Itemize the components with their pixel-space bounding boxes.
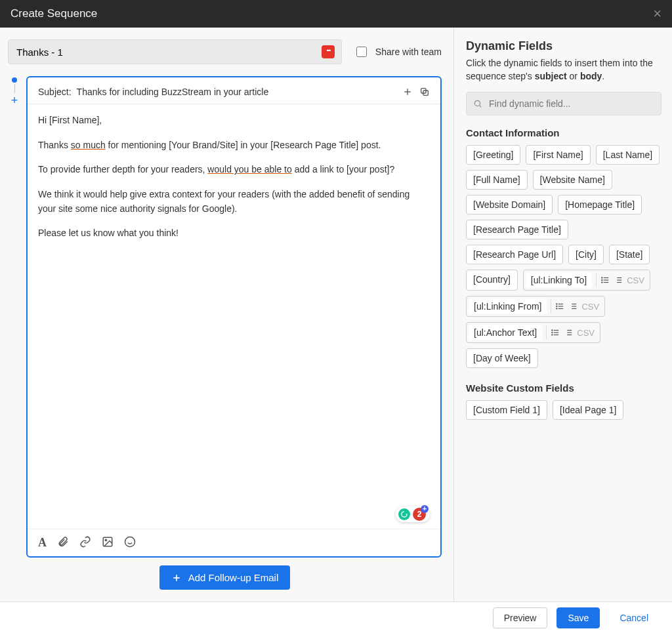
svg-point-6 bbox=[125, 537, 135, 547]
svg-point-18 bbox=[602, 282, 602, 283]
step-dot[interactable] bbox=[12, 77, 17, 83]
left-pane: ··· Share with team + Subject: Thanks fo… bbox=[0, 28, 454, 602]
share-checkbox[interactable] bbox=[356, 47, 367, 57]
field-chip-list: [ul:Linking To] CSV bbox=[523, 270, 650, 291]
svg-point-26 bbox=[556, 306, 557, 307]
follow-row: Add Follow-up Email bbox=[8, 558, 442, 595]
body-line: Hi [First Name], bbox=[38, 113, 430, 128]
grammarly-widget[interactable]: 2 + bbox=[396, 506, 430, 522]
field-chip[interactable]: [ul:Anchor Text] bbox=[469, 325, 542, 340]
sequence-name-input[interactable] bbox=[15, 46, 322, 58]
svg-point-34 bbox=[552, 330, 553, 331]
email-body[interactable]: Hi [First Name], Thanks so much for ment… bbox=[28, 104, 440, 529]
image-icon[interactable] bbox=[102, 536, 114, 550]
grammarly-plus-icon: + bbox=[421, 505, 429, 513]
body-line: Please let us know what you think! bbox=[38, 226, 430, 241]
field-chip-list: [ul:Anchor Text] CSV bbox=[466, 322, 600, 343]
emoji-icon[interactable] bbox=[124, 536, 136, 550]
copy-icon[interactable] bbox=[419, 87, 430, 97]
svg-point-25 bbox=[556, 304, 557, 304]
add-step-icon[interactable]: + bbox=[11, 94, 18, 106]
field-chip[interactable]: [State] bbox=[609, 245, 650, 264]
editor-row: + Subject: Thanks for including BuzzStre… bbox=[8, 76, 442, 558]
link-icon[interactable] bbox=[79, 536, 91, 550]
share-label: Share with team bbox=[375, 47, 442, 57]
field-chip[interactable]: [Research Page Title] bbox=[466, 220, 568, 239]
step-col: + bbox=[8, 76, 21, 558]
email-editor-card: Subject: Thanks for including BuzzStream… bbox=[26, 76, 442, 558]
dynamic-fields-panel: Dynamic Fields Click the dynamic fields … bbox=[454, 28, 672, 602]
field-chip[interactable]: [Day of Week] bbox=[466, 348, 538, 368]
field-chip-list: [ul:Linking From] CSV bbox=[466, 296, 605, 317]
step-line bbox=[14, 84, 15, 93]
dynamic-heading: Dynamic Fields bbox=[466, 39, 662, 53]
subject-row: Subject: Thanks for including BuzzStream… bbox=[28, 77, 440, 104]
list-number-icon[interactable] bbox=[614, 276, 623, 285]
dynamic-hint: Click the dynamic fields to insert them … bbox=[466, 57, 662, 83]
dynamic-search[interactable] bbox=[466, 92, 662, 115]
save-button[interactable]: Save bbox=[556, 607, 600, 628]
field-chip[interactable]: [ul:Linking From] bbox=[469, 298, 547, 314]
grammarly-count: 2 + bbox=[413, 508, 426, 521]
body-line: To provide further depth for your reader… bbox=[38, 163, 430, 177]
contact-chips: [Greeting] [First Name] [Last Name] [Ful… bbox=[466, 145, 662, 368]
titlebar: Create Sequence × bbox=[0, 0, 672, 28]
field-chip[interactable]: [Custom Field 1] bbox=[466, 400, 547, 420]
subject-label: Subject: bbox=[38, 87, 72, 97]
svg-point-11 bbox=[474, 101, 480, 106]
svg-point-5 bbox=[105, 539, 106, 541]
field-chip[interactable]: [Full Name] bbox=[466, 170, 528, 190]
preview-button[interactable]: Preview bbox=[493, 607, 548, 628]
section-contact-title: Contact Information bbox=[466, 127, 662, 138]
sequence-name-wrap: ··· bbox=[8, 39, 342, 64]
field-chip[interactable]: [Last Name] bbox=[596, 145, 660, 165]
svg-point-17 bbox=[602, 280, 602, 281]
field-chip[interactable]: [First Name] bbox=[526, 145, 590, 165]
field-chip[interactable]: [Homepage Title] bbox=[558, 195, 642, 214]
search-icon bbox=[473, 99, 482, 108]
csv-label[interactable]: CSV bbox=[581, 302, 599, 312]
share-with-team[interactable]: Share with team bbox=[354, 45, 442, 59]
add-followup-label: Add Follow-up Email bbox=[188, 572, 279, 583]
website-chips: [Custom Field 1] [Ideal Page 1] bbox=[466, 400, 662, 420]
subject-input[interactable]: Thanks for including BuzzStream in your … bbox=[77, 87, 402, 97]
plus-icon[interactable] bbox=[402, 87, 413, 97]
add-followup-button[interactable]: Add Follow-up Email bbox=[159, 565, 291, 590]
subject-actions bbox=[402, 87, 430, 97]
modal-title: Create Sequence bbox=[10, 7, 97, 20]
body-line: Thanks so much for mentioning [Your Bran… bbox=[38, 138, 430, 153]
csv-label[interactable]: CSV bbox=[577, 328, 595, 338]
top-row: ··· Share with team bbox=[8, 39, 442, 64]
textexpander-icon[interactable]: ··· bbox=[322, 45, 335, 58]
svg-point-16 bbox=[602, 277, 602, 278]
field-chip[interactable]: [Website Name] bbox=[533, 170, 612, 190]
list-number-icon[interactable] bbox=[568, 302, 578, 311]
svg-point-36 bbox=[552, 335, 553, 335]
field-chip[interactable]: [Greeting] bbox=[466, 145, 520, 165]
footer: Preview Save Cancel bbox=[0, 602, 672, 633]
cancel-button[interactable]: Cancel bbox=[609, 608, 659, 628]
list-bullet-icon[interactable] bbox=[551, 328, 560, 337]
svg-point-35 bbox=[552, 333, 553, 333]
svg-point-27 bbox=[556, 308, 557, 309]
section-website-title: Website Custom Fields bbox=[466, 382, 662, 394]
field-chip[interactable]: [Ideal Page 1] bbox=[553, 400, 623, 420]
svg-line-12 bbox=[480, 106, 482, 108]
font-format-icon[interactable]: A bbox=[38, 536, 47, 550]
main-layout: ··· Share with team + Subject: Thanks fo… bbox=[0, 28, 672, 602]
list-bullet-icon[interactable] bbox=[555, 302, 564, 311]
list-bullet-icon[interactable] bbox=[600, 276, 610, 285]
attachment-icon[interactable] bbox=[57, 536, 69, 550]
field-chip[interactable]: [City] bbox=[568, 245, 604, 264]
grammarly-icon bbox=[398, 508, 410, 520]
field-chip[interactable]: [Country] bbox=[466, 270, 518, 291]
body-line: We think it would help give extra contex… bbox=[38, 188, 430, 216]
csv-label[interactable]: CSV bbox=[627, 276, 644, 285]
close-icon[interactable]: × bbox=[653, 7, 662, 21]
dynamic-search-input[interactable] bbox=[488, 98, 654, 110]
list-number-icon[interactable] bbox=[564, 328, 573, 337]
field-chip[interactable]: [Research Page Url] bbox=[466, 245, 563, 264]
field-chip[interactable]: [Website Domain] bbox=[466, 195, 553, 214]
field-chip[interactable]: [ul:Linking To] bbox=[526, 272, 592, 288]
editor-toolbar: A bbox=[28, 529, 440, 556]
